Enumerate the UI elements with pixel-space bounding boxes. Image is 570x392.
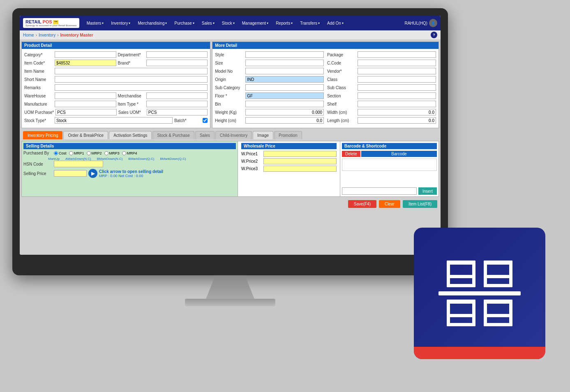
- barcode-header: Barcode & Shortcode: [342, 143, 437, 149]
- package-input[interactable]: [358, 51, 436, 58]
- svg-rect-8: [484, 275, 512, 278]
- origin-input[interactable]: [245, 76, 324, 83]
- more-detail-right: Package C.Code Vendor*: [327, 51, 436, 125]
- tab-child-inventory[interactable]: Child-Inventory: [215, 131, 252, 139]
- wprice2-label: W.Price2: [241, 159, 262, 164]
- radio-mrp3[interactable]: MRP3: [104, 151, 120, 155]
- svg-rect-5: [484, 261, 512, 265]
- nav-item-inventory[interactable]: Inventory ▾: [108, 19, 134, 27]
- shelf-input[interactable]: [358, 101, 436, 107]
- barcode-text-input[interactable]: [342, 187, 417, 195]
- nav-item-transfers[interactable]: Transfers ▾: [297, 19, 323, 27]
- radio-mrp2[interactable]: MRP2: [87, 151, 102, 155]
- svg-rect-15: [447, 323, 475, 326]
- batch-checkbox[interactable]: [203, 118, 208, 123]
- warehouse-row: WareHouse Merchandise: [24, 92, 208, 99]
- height-label: Height (cm): [215, 118, 244, 123]
- department-input[interactable]: [146, 51, 208, 58]
- radio-mrp4[interactable]: MRP4: [122, 151, 137, 155]
- item-type-input[interactable]: [146, 101, 208, 107]
- radio-cost[interactable]: Cost: [54, 151, 67, 155]
- uom-purchase-input[interactable]: [55, 109, 116, 115]
- weight-input[interactable]: [245, 109, 324, 115]
- vendor-input[interactable]: [358, 68, 436, 74]
- model-no-input[interactable]: [245, 68, 324, 74]
- wprice2-input[interactable]: [263, 158, 337, 164]
- tab-image[interactable]: Image: [253, 131, 273, 139]
- nav-item-purchase[interactable]: Purchase ▾: [171, 19, 197, 27]
- tab-stock-purchase[interactable]: Stock & Purchase: [152, 131, 194, 139]
- tab-activation-settings[interactable]: Activation Settings: [109, 131, 152, 139]
- breadcrumb-home[interactable]: Home: [23, 33, 34, 37]
- item-name-input[interactable]: [55, 68, 208, 74]
- help-icon[interactable]: ?: [431, 32, 437, 38]
- category-row: Category* Department*: [24, 51, 208, 58]
- bin-row: Bin: [215, 101, 324, 107]
- item-list-button[interactable]: Item List(F8): [403, 200, 437, 208]
- barcode-delete-button[interactable]: Delete: [342, 151, 360, 157]
- tab-order-breakprice[interactable]: Order & BreakPrice: [63, 131, 108, 139]
- merchandising-arrow-icon: ▾: [165, 21, 167, 25]
- svg-rect-16: [484, 300, 512, 304]
- tab-sales[interactable]: Sales: [195, 131, 215, 139]
- manufacture-row: Manufacture Item Type *: [24, 101, 208, 107]
- merchandise-input[interactable]: [146, 92, 208, 99]
- c-code-input[interactable]: [358, 60, 436, 66]
- selling-detail-label: Click arrow to open selling detail: [99, 169, 163, 174]
- sub-class-input[interactable]: [358, 84, 436, 91]
- bin-input[interactable]: [245, 101, 324, 107]
- warehouse-decoration-red-bar: [414, 347, 545, 359]
- save-button[interactable]: Save(F4): [348, 200, 376, 208]
- width-input[interactable]: [358, 109, 436, 115]
- more-detail-left: Style Size Model No: [215, 51, 324, 125]
- mrp-net-cost-text: MRP : 0.00 Net Cost : 0.00: [99, 174, 163, 178]
- radio-mrp1[interactable]: MRP1: [69, 151, 84, 155]
- warehouse-input[interactable]: [55, 92, 116, 99]
- sales-uom-input[interactable]: [147, 109, 208, 115]
- logo-pos: POS: [42, 19, 52, 24]
- barcode-insert-button[interactable]: Insert: [418, 187, 437, 195]
- section-input[interactable]: [358, 92, 436, 99]
- nav-menu: Masters ▾ Inventory ▾ Merchandising ▾: [83, 19, 405, 27]
- style-input[interactable]: [245, 51, 324, 58]
- short-name-input[interactable]: [55, 76, 208, 83]
- item-code-input[interactable]: [55, 60, 116, 66]
- wprice1-input[interactable]: [263, 151, 337, 157]
- nav-item-addon[interactable]: Add On ▾: [324, 19, 347, 27]
- nav-item-reports[interactable]: Reports ▾: [272, 19, 296, 27]
- open-selling-detail-button[interactable]: ▶: [88, 169, 97, 178]
- category-input[interactable]: [55, 51, 116, 58]
- size-row: Size: [215, 60, 324, 66]
- height-row: Height (cm): [215, 117, 324, 124]
- length-input[interactable]: [358, 117, 436, 124]
- tab-inventory-pricing[interactable]: Inventory Pricing: [23, 131, 62, 139]
- sub-category-input[interactable]: [245, 84, 324, 91]
- nav-item-merchandising[interactable]: Merchandising ▾: [134, 19, 170, 27]
- merchandise-label: Merchandise: [118, 94, 145, 98]
- height-input[interactable]: [245, 117, 324, 124]
- svg-rect-20: [484, 323, 512, 326]
- selling-price-input[interactable]: [54, 170, 87, 177]
- wprice3-input[interactable]: [263, 166, 337, 172]
- uom-purchase-label: UOM Purchase*: [24, 110, 54, 115]
- hsn-code-input[interactable]: [54, 161, 103, 167]
- svg-rect-13: [472, 300, 475, 326]
- selling-details-header: Selling Details: [23, 143, 236, 149]
- nav-item-management[interactable]: Management ▾: [239, 19, 272, 27]
- breadcrumb-inventory[interactable]: Inventory: [39, 33, 55, 37]
- nav-item-sales[interactable]: Sales ▾: [198, 19, 218, 27]
- warehouse-label: WareHouse: [24, 94, 53, 98]
- size-input[interactable]: [245, 60, 324, 66]
- remarks-input[interactable]: [55, 84, 208, 91]
- nav-item-stock[interactable]: Stock ▾: [219, 19, 238, 27]
- tab-promotion[interactable]: Promotion: [274, 131, 302, 139]
- more-detail-cols: Style Size Model No: [215, 51, 436, 125]
- svg-rect-4: [447, 284, 475, 287]
- class-input[interactable]: [358, 76, 436, 83]
- nav-item-masters[interactable]: Masters ▾: [83, 19, 107, 27]
- brand-input[interactable]: [146, 60, 208, 66]
- manufacture-input[interactable]: [55, 101, 116, 107]
- floor-input[interactable]: [245, 92, 324, 99]
- clear-button[interactable]: Clear: [379, 200, 400, 208]
- stock-type-input[interactable]: [55, 117, 173, 124]
